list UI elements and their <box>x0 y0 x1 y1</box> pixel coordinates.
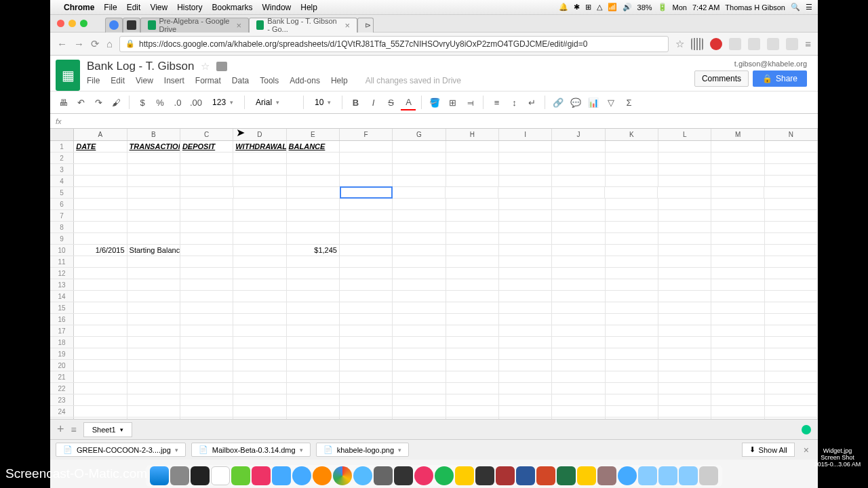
cell[interactable] <box>499 394 552 405</box>
cell[interactable] <box>606 210 658 221</box>
cell[interactable] <box>180 337 233 348</box>
cell[interactable] <box>765 348 818 359</box>
cell[interactable] <box>180 394 233 405</box>
cell[interactable] <box>233 383 286 394</box>
cell[interactable] <box>765 279 818 290</box>
dock-evernote-icon[interactable] <box>231 466 250 485</box>
cell[interactable] <box>74 337 127 348</box>
close-downloads-icon[interactable]: × <box>800 445 812 455</box>
sheet-tab[interactable]: Sheet1 ▾ <box>83 422 132 437</box>
bold-button[interactable]: B <box>348 94 363 110</box>
dock-settings-icon[interactable] <box>170 466 189 485</box>
cell[interactable] <box>765 325 818 336</box>
cell[interactable] <box>711 152 764 163</box>
dock-excel-icon[interactable] <box>557 466 576 485</box>
dock-powerpoint-icon[interactable] <box>536 466 555 485</box>
cell[interactable] <box>340 222 393 232</box>
cell[interactable] <box>393 176 446 186</box>
sheet-tab-menu-icon[interactable]: ▾ <box>120 426 123 433</box>
cell[interactable] <box>233 406 286 417</box>
cell[interactable] <box>552 199 605 209</box>
cell[interactable] <box>552 348 605 359</box>
wrap-button[interactable]: ↵ <box>524 94 539 110</box>
dock-app-icon[interactable] <box>374 466 393 485</box>
cell[interactable] <box>393 222 446 232</box>
cell[interactable] <box>711 418 764 419</box>
row-header[interactable]: 19 <box>50 348 74 359</box>
cell[interactable] <box>765 176 818 186</box>
cell[interactable] <box>127 164 180 175</box>
cell[interactable] <box>552 268 605 279</box>
dock-chrome-icon[interactable] <box>333 466 352 485</box>
cell[interactable] <box>658 406 711 417</box>
cell[interactable] <box>233 279 286 290</box>
col-header[interactable]: B <box>127 129 180 140</box>
cell[interactable] <box>658 187 711 198</box>
gdrive-icon[interactable]: △ <box>597 3 602 12</box>
cell[interactable] <box>74 371 127 382</box>
strikethrough-button[interactable]: S <box>383 94 398 110</box>
cell[interactable] <box>393 394 446 405</box>
cell[interactable] <box>765 141 818 152</box>
row-header[interactable]: 13 <box>50 279 74 290</box>
cell[interactable] <box>74 187 127 198</box>
cell[interactable] <box>180 210 233 221</box>
cell[interactable] <box>499 268 552 279</box>
cell[interactable] <box>711 256 764 267</box>
undo-button[interactable]: ↶ <box>73 94 88 110</box>
cell[interactable] <box>658 348 711 359</box>
cell[interactable] <box>606 256 658 267</box>
cell[interactable] <box>127 256 180 267</box>
cell[interactable] <box>287 268 340 279</box>
cell[interactable] <box>340 302 393 313</box>
cell[interactable] <box>658 268 711 279</box>
cell[interactable]: BALANCE <box>287 141 340 152</box>
redo-button[interactable]: ↷ <box>91 94 106 110</box>
cell[interactable] <box>393 199 446 209</box>
cell[interactable] <box>127 394 180 405</box>
dock-itunes-icon[interactable] <box>414 466 433 485</box>
row-header[interactable]: 1 <box>50 141 74 152</box>
row-header[interactable]: 15 <box>50 302 74 313</box>
cell[interactable] <box>233 245 286 256</box>
cell[interactable] <box>765 199 818 209</box>
cell[interactable] <box>233 337 286 348</box>
dock-app-icon[interactable] <box>252 466 271 485</box>
cell[interactable] <box>658 418 711 419</box>
cell[interactable] <box>393 360 446 371</box>
col-header[interactable]: H <box>446 129 499 140</box>
row-header[interactable]: 25 <box>50 418 74 419</box>
cell[interactable] <box>711 325 764 336</box>
cell[interactable]: $1,245 <box>287 245 340 256</box>
cell[interactable] <box>74 418 127 419</box>
cell[interactable] <box>606 291 658 302</box>
cell[interactable] <box>446 245 499 256</box>
cell[interactable] <box>340 268 393 279</box>
cell[interactable] <box>393 233 446 244</box>
menu-data[interactable]: Data <box>232 76 249 85</box>
row-header[interactable]: 2 <box>50 152 74 163</box>
cell[interactable] <box>446 360 499 371</box>
format-select[interactable]: 123▾ <box>207 94 239 110</box>
desktop-file[interactable]: Widget.jpg <box>814 447 861 454</box>
dock-finder-icon[interactable] <box>150 466 169 485</box>
cell[interactable] <box>127 222 180 232</box>
cell[interactable] <box>606 176 658 186</box>
cell[interactable] <box>127 325 180 336</box>
cell[interactable] <box>74 325 127 336</box>
comment-button[interactable]: 💬 <box>568 94 583 110</box>
new-tab-button[interactable]: ⊳ <box>357 18 374 33</box>
cell[interactable] <box>711 141 764 152</box>
cell[interactable] <box>446 314 499 325</box>
cell[interactable] <box>711 245 764 256</box>
forward-button[interactable]: → <box>74 38 84 49</box>
cell[interactable] <box>393 279 446 290</box>
cell[interactable] <box>233 291 286 302</box>
cell[interactable] <box>498 187 551 198</box>
cell[interactable] <box>393 406 446 417</box>
cell[interactable] <box>499 383 552 394</box>
cell[interactable] <box>393 418 446 419</box>
cell[interactable] <box>127 337 180 348</box>
cell[interactable] <box>606 302 658 313</box>
cell[interactable] <box>499 314 552 325</box>
